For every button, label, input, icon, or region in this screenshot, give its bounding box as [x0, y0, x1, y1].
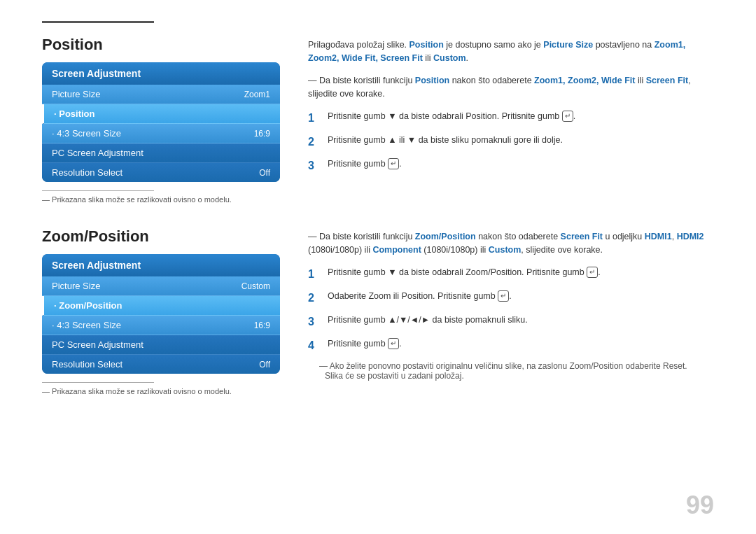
- position-dash-text: Da biste koristili funkciju Position nak…: [308, 76, 691, 99]
- position-note: ― Prikazana slika može se razlikovati ov…: [42, 195, 280, 204]
- zoom-sub-note-2: Slika će se postaviti u zadani položaj.: [325, 371, 714, 381]
- zoom-step-num-3: 3: [308, 314, 321, 330]
- zoom-note: ― Prikazana slika može se razlikovati ov…: [42, 387, 280, 395]
- position-pc-label: PC Screen Adjustment: [52, 148, 144, 158]
- position-43screen-value: 16:9: [254, 129, 270, 139]
- step-num-2: 2: [308, 134, 321, 150]
- zoom-menu-picture-size[interactable]: Picture Size Custom: [42, 276, 280, 296]
- position-step-3: 3 Pritisnite gumb ↵.: [308, 157, 714, 174]
- step-2-text: Pritisnite gumb ▲ ili ▼ da biste sliku p…: [328, 134, 563, 150]
- zoom-left: Zoom/Position Screen Adjustment Picture …: [42, 227, 280, 398]
- zoom-screen-adjustment: Screen Adjustment Picture Size Custom · …: [42, 254, 280, 374]
- position-menu-position[interactable]: · Position: [42, 104, 280, 124]
- zoom-note-divider: [42, 382, 154, 383]
- position-left: Position Screen Adjustment Picture Size …: [42, 36, 280, 206]
- position-sa-header: Screen Adjustment: [42, 62, 280, 85]
- zoom-step-2-text: Odaberite Zoom ili Position. Pritisnite …: [328, 290, 512, 307]
- zoom-picture-size-label: Picture Size: [52, 281, 100, 291]
- zoom-menu-pc-adjustment[interactable]: PC Screen Adjustment: [42, 335, 280, 355]
- position-res-label: Resolution Select: [52, 167, 122, 178]
- zoom-step-4: 4 Pritisnite gumb ↵.: [308, 337, 714, 354]
- position-position-label: · Position: [54, 108, 95, 119]
- enter-icon-z2: ↵: [498, 290, 509, 302]
- position-menu-resolution[interactable]: Resolution Select Off: [42, 163, 280, 182]
- zoom-step-1-text: Pritisnite gumb ▼ da biste odabrali Zoom…: [328, 266, 601, 283]
- position-bold2: Picture Size: [543, 40, 593, 50]
- position-dash-note: ― Da biste koristili funkciju Position n…: [308, 74, 714, 101]
- enter-icon-3: ↵: [388, 158, 399, 169]
- zoom-sub-note-1: ― Ako želite ponovno postaviti originaln…: [319, 361, 714, 371]
- zoom-res-label: Resolution Select: [52, 359, 122, 370]
- zoom-step-1: 1 Pritisnite gumb ▼ da biste odabrali Zo…: [308, 266, 714, 283]
- zoom-step-2: 2 Odaberite Zoom ili Position. Pritisnit…: [308, 290, 714, 307]
- zoom-step-num-2: 2: [308, 290, 321, 307]
- enter-icon-z1: ↵: [587, 267, 598, 278]
- zoom-dash-note: ― Da biste koristili funkciju Zoom/Posit…: [308, 230, 714, 258]
- position-menu-pc-adjustment[interactable]: PC Screen Adjustment: [42, 143, 280, 163]
- zoom-step-3: 3 Pritisnite gumb ▲/▼/◄/► da biste pomak…: [308, 314, 714, 330]
- zoom-step-num-1: 1: [308, 266, 321, 283]
- position-steps: 1 Pritisnite gumb ▼ da biste odabrali Po…: [308, 110, 714, 174]
- position-right: Prilagođava položaj slike. Position je d…: [308, 36, 714, 206]
- position-intro-text: Prilagođava položaj slike. Position je d…: [308, 38, 714, 66]
- page-number: 99: [686, 491, 714, 520]
- zoom-menu-resolution[interactable]: Resolution Select Off: [42, 355, 280, 374]
- enter-icon-z4: ↵: [388, 338, 399, 349]
- position-bold3: Zoom1, Zoom2, Wide Fit, Screen Fit: [308, 40, 685, 63]
- zoom-pc-label: PC Screen Adjustment: [52, 339, 144, 350]
- zoom-43screen-label: · 4:3 Screen Size: [52, 320, 121, 330]
- position-res-value: Off: [259, 168, 270, 178]
- position-bold4: Custom: [433, 53, 466, 63]
- zoom-picture-size-value: Custom: [241, 281, 270, 291]
- position-screen-adjustment: Screen Adjustment Picture Size Zoom1 · P…: [42, 62, 280, 182]
- zoom-position-section: Zoom/Position Screen Adjustment Picture …: [42, 227, 714, 398]
- position-43screen-label: · 4:3 Screen Size: [52, 128, 121, 139]
- position-step-1: 1 Pritisnite gumb ▼ da biste odabrali Po…: [308, 110, 714, 127]
- step-1-text: Pritisnite gumb ▼ da biste odabrali Posi…: [328, 110, 575, 127]
- position-bold1: Position: [410, 40, 444, 50]
- zoom-res-value: Off: [259, 360, 270, 370]
- zoom-right: ― Da biste koristili funkciju Zoom/Posit…: [308, 227, 714, 398]
- position-picture-size-value: Zoom1: [244, 90, 270, 99]
- step-num-1: 1: [308, 110, 321, 127]
- zoom-zoom-label: · Zoom/Position: [54, 300, 122, 311]
- dash-symbol: ―: [308, 76, 317, 85]
- position-step-2: 2 Pritisnite gumb ▲ ili ▼ da biste sliku…: [308, 134, 714, 150]
- zoom-step-4-text: Pritisnite gumb ↵.: [328, 337, 402, 354]
- zoom-sub-notes: ― Ako želite ponovno postaviti originaln…: [319, 361, 714, 381]
- zoom-step-3-text: Pritisnite gumb ▲/▼/◄/► da biste pomaknu…: [328, 314, 528, 330]
- position-note-divider: [42, 190, 154, 191]
- top-divider: [42, 21, 154, 23]
- zoom-dash-text: Da biste koristili funkciju Zoom/Positio…: [308, 232, 704, 255]
- position-title: Position: [42, 36, 280, 54]
- zoom-title: Zoom/Position: [42, 227, 280, 246]
- step-num-3: 3: [308, 157, 321, 174]
- enter-icon-1: ↵: [562, 111, 573, 122]
- page-container: Position Screen Adjustment Picture Size …: [0, 0, 756, 447]
- zoom-43screen-value: 16:9: [254, 321, 270, 330]
- step-3-text: Pritisnite gumb ↵.: [328, 157, 402, 174]
- zoom-sa-header: Screen Adjustment: [42, 254, 280, 276]
- position-menu-picture-size[interactable]: Picture Size Zoom1: [42, 85, 280, 104]
- zoom-menu-zoom-position[interactable]: · Zoom/Position: [42, 296, 280, 316]
- position-picture-size-label: Picture Size: [52, 89, 100, 99]
- zoom-steps: 1 Pritisnite gumb ▼ da biste odabrali Zo…: [308, 266, 714, 354]
- position-menu-43screen[interactable]: · 4:3 Screen Size 16:9: [42, 124, 280, 143]
- zoom-menu-43screen[interactable]: · 4:3 Screen Size 16:9: [42, 316, 280, 335]
- position-section: Position Screen Adjustment Picture Size …: [42, 36, 714, 206]
- zoom-dash-symbol: ―: [308, 232, 317, 241]
- zoom-step-num-4: 4: [308, 337, 321, 354]
